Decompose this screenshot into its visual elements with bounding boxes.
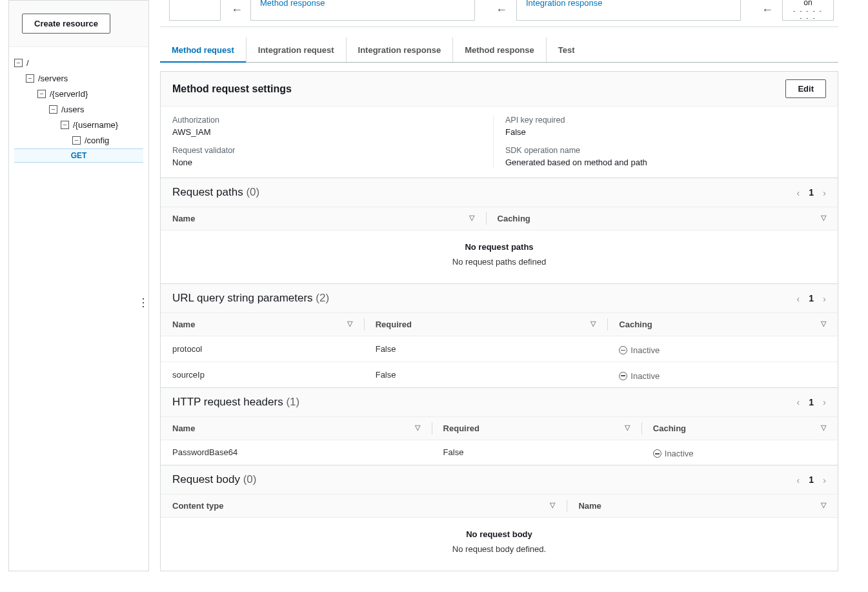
arrow-left-icon: ← [231,3,243,17]
sort-icon[interactable]: ▽ [821,320,826,328]
column-header[interactable]: Caching [619,320,652,329]
tab-test[interactable]: Test [547,37,587,62]
collapse-icon[interactable]: − [61,121,69,129]
tree-item[interactable]: − /users [14,101,143,117]
request-paths-table: Name▽ Caching▽ [161,207,838,230]
sort-icon[interactable]: ▽ [347,320,352,328]
sort-icon[interactable]: ▽ [550,501,555,509]
collapse-icon[interactable]: − [37,90,46,98]
page-number: 1 [809,187,814,198]
count-badge: (0) [246,186,259,198]
sort-icon[interactable]: ▽ [415,424,420,432]
resize-handle-icon[interactable] [143,298,147,307]
page-number: 1 [809,293,814,303]
column-header[interactable]: Name [172,320,195,329]
collapse-icon[interactable]: − [72,136,81,145]
chevron-left-icon[interactable]: ‹ [796,293,800,304]
column-header[interactable]: Caching [498,214,530,223]
headers-table: Name▽ Required▽ Caching▽ PasswordBase64 … [161,416,838,465]
sort-icon[interactable]: ▽ [821,501,826,509]
column-header[interactable]: Content type [172,501,223,511]
column-header[interactable]: Name [172,214,195,223]
collapse-icon[interactable]: − [49,105,57,114]
tree-label: /{serverId} [50,89,88,99]
pager: ‹ 1 › [796,187,826,198]
tree-item[interactable]: − /{serverId} [14,86,143,101]
cell-name: protocol [161,336,364,362]
diagram-box [169,0,221,21]
sort-icon[interactable]: ▽ [590,320,596,328]
method-execution-diagram: ← Method response ← Integration response… [160,0,838,27]
tab-method-response[interactable]: Method response [453,37,547,62]
panel-method-request-settings: Method request settings Edit Authorizati… [160,71,838,178]
panel-header: Request paths (0) ‹ 1 › [161,178,838,207]
column-header[interactable]: Caching [653,424,686,433]
table-row[interactable]: sourceIp False Inactive [161,362,838,387]
settings-col-right: API key required False SDK operation nam… [493,116,826,167]
panel-header: Request body (0) ‹ 1 › [161,465,838,494]
empty-title: No request paths [161,230,838,257]
status-text: Inactive [631,371,660,381]
diagram-box-method-response[interactable]: Method response [250,0,475,21]
sort-icon[interactable]: ▽ [821,214,826,222]
collapse-icon[interactable]: − [14,59,23,67]
column-header[interactable]: Required [376,320,412,329]
edit-button[interactable]: Edit [785,79,826,98]
integration-response-link[interactable]: Integration response [526,0,603,8]
table-row[interactable]: protocol False Inactive [161,336,838,362]
kv-value: None [172,158,493,167]
column-header[interactable]: Name [578,501,601,511]
panel-title: Request body (0) [172,473,256,486]
table-row[interactable]: PasswordBase64 False Inactive [161,440,838,465]
pager: ‹ 1 › [796,475,826,485]
tree-label: / [26,58,29,68]
panel-header: URL query string parameters (2) ‹ 1 › [161,284,838,312]
cell-required: False [364,362,608,387]
sort-icon[interactable]: ▽ [821,424,826,432]
chevron-left-icon[interactable]: ‹ [796,396,800,407]
count-badge: (2) [316,292,329,304]
settings-col-left: Authorization AWS_IAM Request validator … [172,116,493,167]
panel-request-body: Request body (0) ‹ 1 › Content type▽ Nam… [160,465,838,571]
tree-item[interactable]: − /config [14,132,143,148]
tree-label: /config [85,136,109,145]
create-resource-button[interactable]: Create resource [22,14,110,34]
count-badge: (1) [286,396,299,408]
sort-icon[interactable]: ▽ [625,424,630,432]
tree-item[interactable]: − / [14,55,143,70]
status-text: Inactive [665,449,694,458]
tree-method-get[interactable]: GET [14,148,143,163]
collapse-icon[interactable]: − [26,74,34,83]
tab-integration-request[interactable]: Integration request [247,37,347,62]
kv-value: False [505,127,826,137]
title-text: URL query string parameters [172,292,313,304]
title-text: Request body [172,473,240,485]
chevron-right-icon[interactable]: › [823,293,826,304]
column-header[interactable]: Name [172,424,195,433]
title-text: HTTP request headers [172,396,283,408]
tree-item[interactable]: − /{username} [14,117,143,132]
kv-value: Generated based on method and path [505,158,826,167]
chevron-left-icon[interactable]: ‹ [796,187,800,198]
panel-header: Method request settings Edit [161,72,838,107]
body-table: Content type▽ Name▽ [161,494,838,518]
tab-method-request[interactable]: Method request [160,37,247,62]
diagram-box-integration-response[interactable]: Integration response [516,0,741,21]
tab-integration-response[interactable]: Integration response [347,37,454,62]
method-response-link[interactable]: Method response [260,0,325,8]
status-inactive: Inactive [619,371,660,381]
chevron-right-icon[interactable]: › [823,396,826,407]
tree-item[interactable]: − /servers [14,70,143,86]
kv-label: Authorization [172,116,493,125]
chevron-right-icon[interactable]: › [823,475,826,485]
column-header[interactable]: Required [443,424,479,433]
status-text: Inactive [631,345,660,355]
method-tabs: Method request Integration request Integ… [160,37,838,63]
chevron-left-icon[interactable]: ‹ [796,475,800,485]
minus-circle-icon [653,449,661,458]
chevron-right-icon[interactable]: › [823,187,826,198]
status-inactive: Inactive [653,449,694,458]
sidebar: Create resource − / − /servers − /{serve… [8,0,149,571]
cell-required: False [432,440,641,465]
sort-icon[interactable]: ▽ [469,214,474,222]
